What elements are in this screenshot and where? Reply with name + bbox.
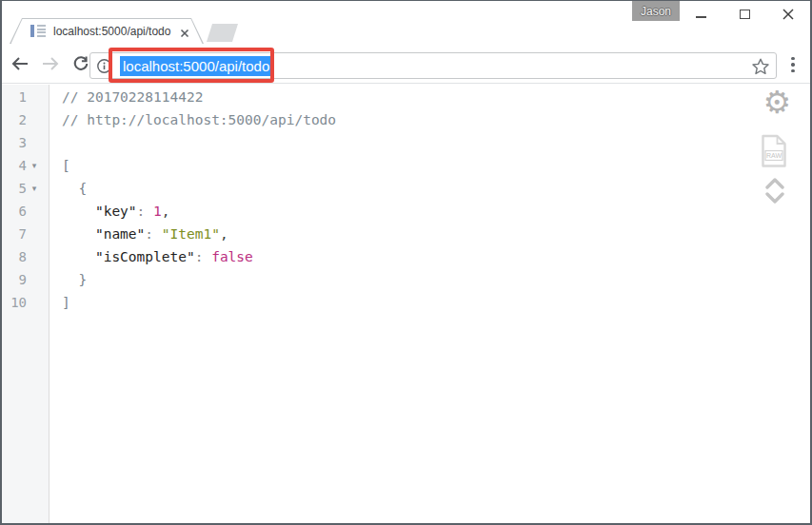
tab-strip: localhost:5000/api/todo Jason <box>2 1 810 44</box>
gutter-line: 10 <box>2 291 49 314</box>
browser-window: localhost:5000/api/todo Jason <box>0 0 812 525</box>
line-number: 7 <box>2 226 27 242</box>
page-info-icon[interactable] <box>96 58 112 74</box>
forward-button[interactable] <box>37 50 63 77</box>
line-number: 4 <box>2 158 27 173</box>
token-brace: { <box>62 181 87 196</box>
code-line: ] <box>62 291 810 314</box>
raw-label: RAW <box>766 152 782 159</box>
gutter-line: 5▾ <box>2 177 49 200</box>
token-punct: : <box>195 249 211 264</box>
json-document-favicon-icon <box>30 24 46 38</box>
back-arrow-icon <box>10 56 30 71</box>
line-number: 6 <box>2 204 27 219</box>
tab-close-icon[interactable] <box>179 26 190 37</box>
expand-all-chevron-down-icon[interactable] <box>764 191 785 208</box>
code-line: // http://localhost:5000/api/todo <box>62 108 810 131</box>
new-tab-button[interactable] <box>207 24 238 42</box>
token-str: "Item1" <box>162 226 220 242</box>
gutter-line: 1 <box>2 86 49 108</box>
maximize-button[interactable] <box>723 1 766 28</box>
address-bar[interactable]: localhost:5000/api/todo <box>89 52 777 79</box>
back-button[interactable] <box>7 50 32 77</box>
code-line: "isComplete": false <box>62 245 810 268</box>
code-line: "key": 1, <box>62 200 810 223</box>
code-line <box>62 131 810 154</box>
token-plain <box>62 226 95 242</box>
close-button[interactable] <box>766 1 810 28</box>
json-viewer: 1234▾5▾678910 ⚙ RAW <box>2 85 810 523</box>
gutter-line: 6 <box>2 200 49 223</box>
line-number: 10 <box>2 295 27 310</box>
token-key: "name" <box>95 226 145 242</box>
line-number: 3 <box>2 135 27 150</box>
minimize-icon <box>696 16 706 18</box>
profile-badge[interactable]: Jason <box>632 1 680 21</box>
gutter-line: 7 <box>2 223 49 245</box>
token-comma: , <box>220 226 228 242</box>
raw-view-button[interactable]: RAW <box>761 134 787 172</box>
reload-icon <box>72 55 89 72</box>
token-brace: [ <box>62 158 70 173</box>
forward-arrow-icon <box>41 56 60 71</box>
token-comment: // http://localhost:5000/api/todo <box>62 112 336 127</box>
window-controls <box>679 1 810 28</box>
code-line: // 20170228114422 <box>62 86 810 108</box>
url-selected-text[interactable]: localhost:5000/api/todo <box>120 56 272 76</box>
code-line: [ <box>62 154 810 177</box>
token-comment: // 20170228114422 <box>62 89 203 105</box>
browser-menu-icon[interactable] <box>782 51 804 78</box>
collapse-toggle-icon[interactable]: ▾ <box>27 184 42 193</box>
token-bool: false <box>211 249 253 264</box>
token-key: "key" <box>95 204 137 219</box>
tab-title: localhost:5000/api/todo <box>53 25 173 38</box>
maximize-icon <box>740 10 750 19</box>
settings-gear-icon[interactable]: ⚙ <box>762 87 791 118</box>
token-plain <box>62 204 95 219</box>
browser-toolbar: localhost:5000/api/todo <box>2 44 810 84</box>
gutter-line: 3 <box>2 131 49 154</box>
close-icon <box>782 8 795 21</box>
token-key: "isComplete" <box>95 249 195 264</box>
code-line: } <box>62 268 810 291</box>
token-comma: , <box>162 204 170 219</box>
line-number: 1 <box>2 89 27 105</box>
collapse-toggle-icon[interactable]: ▾ <box>27 161 42 170</box>
code-line: { <box>62 177 810 200</box>
token-punct: : <box>145 226 161 242</box>
raw-document-icon: RAW <box>761 134 787 168</box>
line-number: 5 <box>2 181 27 196</box>
line-number: 2 <box>2 112 27 127</box>
token-plain <box>62 249 95 264</box>
token-punct: : <box>137 204 153 219</box>
gutter-line: 8 <box>2 245 49 268</box>
tab-localhost-api-todo[interactable]: localhost:5000/api/todo <box>10 18 204 44</box>
bookmark-star-icon[interactable] <box>751 57 770 76</box>
gutter-line: 9 <box>2 268 49 291</box>
token-num: 1 <box>153 204 162 219</box>
line-number: 9 <box>2 272 27 287</box>
gutter: 1234▾5▾678910 <box>2 85 50 523</box>
gutter-line: 4▾ <box>2 154 49 177</box>
token-brace: } <box>62 272 87 287</box>
minimize-button[interactable] <box>679 1 723 28</box>
token-brace: ] <box>62 295 70 310</box>
gutter-line: 2 <box>2 108 49 131</box>
code-area: ⚙ RAW <box>50 85 810 523</box>
code-line: "name": "Item1", <box>62 223 810 245</box>
line-number: 8 <box>2 249 27 264</box>
